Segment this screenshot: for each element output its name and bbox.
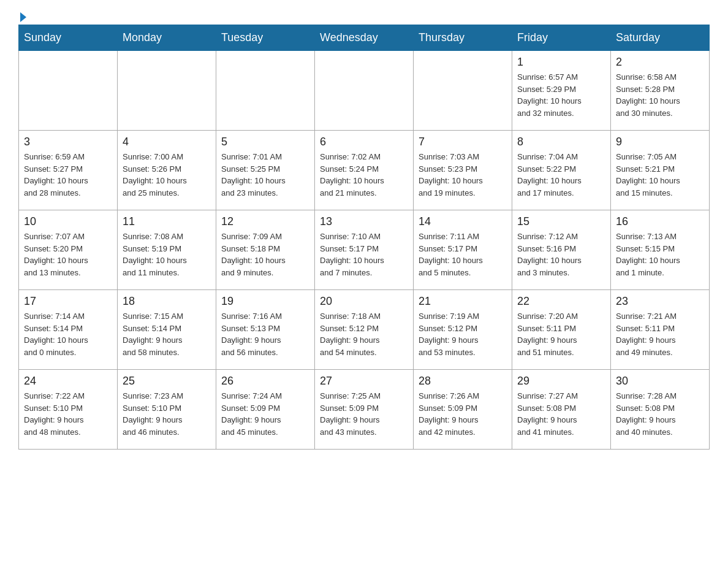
day-info: Sunrise: 7:11 AM Sunset: 5:17 PM Dayligh…: [419, 231, 507, 278]
day-number: 6: [320, 136, 408, 148]
day-number: 11: [123, 215, 211, 228]
calendar-table: Sunday Monday Tuesday Wednesday Thursday…: [18, 25, 710, 450]
day-number: 21: [419, 295, 507, 308]
day-info: Sunrise: 7:18 AM Sunset: 5:12 PM Dayligh…: [320, 310, 408, 358]
calendar-cell: 16Sunrise: 7:13 AM Sunset: 5:15 PM Dayli…: [611, 210, 710, 290]
calendar-week-row: 3Sunrise: 6:59 AM Sunset: 5:27 PM Daylig…: [19, 131, 710, 210]
calendar-cell: 10Sunrise: 7:07 AM Sunset: 5:20 PM Dayli…: [19, 210, 118, 290]
calendar-body: 1Sunrise: 6:57 AM Sunset: 5:29 PM Daylig…: [19, 51, 710, 450]
calendar-cell: 13Sunrise: 7:10 AM Sunset: 5:17 PM Dayli…: [315, 210, 414, 290]
day-info: Sunrise: 7:20 AM Sunset: 5:11 PM Dayligh…: [517, 310, 605, 358]
header-friday: Friday: [512, 25, 611, 51]
calendar-cell: 8Sunrise: 7:04 AM Sunset: 5:22 PM Daylig…: [512, 131, 611, 210]
calendar-cell: 15Sunrise: 7:12 AM Sunset: 5:16 PM Dayli…: [512, 210, 611, 290]
calendar-cell: 26Sunrise: 7:24 AM Sunset: 5:09 PM Dayli…: [216, 370, 315, 450]
day-info: Sunrise: 7:10 AM Sunset: 5:17 PM Dayligh…: [320, 231, 408, 278]
calendar-cell: 5Sunrise: 7:01 AM Sunset: 5:25 PM Daylig…: [216, 131, 315, 210]
day-number: 14: [419, 215, 507, 228]
day-info: Sunrise: 7:04 AM Sunset: 5:22 PM Dayligh…: [517, 151, 605, 199]
calendar-cell: [315, 51, 414, 131]
day-info: Sunrise: 7:23 AM Sunset: 5:10 PM Dayligh…: [123, 390, 211, 438]
day-number: 19: [221, 295, 309, 308]
day-info: Sunrise: 7:14 AM Sunset: 5:14 PM Dayligh…: [24, 310, 112, 358]
day-info: Sunrise: 7:22 AM Sunset: 5:10 PM Dayligh…: [24, 390, 112, 438]
day-number: 30: [616, 375, 704, 388]
logo-arrow-icon: [20, 12, 26, 22]
day-number: 1: [517, 56, 605, 69]
calendar-cell: 14Sunrise: 7:11 AM Sunset: 5:17 PM Dayli…: [414, 210, 512, 290]
calendar-week-row: 10Sunrise: 7:07 AM Sunset: 5:20 PM Dayli…: [19, 210, 710, 290]
calendar-cell: 28Sunrise: 7:26 AM Sunset: 5:09 PM Dayli…: [414, 370, 512, 450]
header-thursday: Thursday: [414, 25, 512, 51]
calendar-cell: 9Sunrise: 7:05 AM Sunset: 5:21 PM Daylig…: [611, 131, 710, 210]
calendar-cell: [118, 51, 216, 131]
header-tuesday: Tuesday: [216, 25, 315, 51]
day-info: Sunrise: 7:03 AM Sunset: 5:23 PM Dayligh…: [419, 151, 507, 199]
day-info: Sunrise: 7:27 AM Sunset: 5:08 PM Dayligh…: [517, 390, 605, 438]
day-number: 16: [616, 215, 704, 228]
page-header: [18, 12, 710, 18]
day-number: 12: [221, 215, 309, 228]
calendar-cell: 27Sunrise: 7:25 AM Sunset: 5:09 PM Dayli…: [315, 370, 414, 450]
calendar-cell: [414, 51, 512, 131]
calendar-cell: 21Sunrise: 7:19 AM Sunset: 5:12 PM Dayli…: [414, 290, 512, 370]
day-number: 27: [320, 375, 408, 388]
day-number: 7: [419, 136, 507, 148]
day-info: Sunrise: 7:00 AM Sunset: 5:26 PM Dayligh…: [123, 151, 211, 199]
calendar-week-row: 24Sunrise: 7:22 AM Sunset: 5:10 PM Dayli…: [19, 370, 710, 450]
day-info: Sunrise: 7:24 AM Sunset: 5:09 PM Dayligh…: [221, 390, 309, 438]
calendar-cell: 18Sunrise: 7:15 AM Sunset: 5:14 PM Dayli…: [118, 290, 216, 370]
day-number: 2: [616, 56, 704, 69]
day-info: Sunrise: 7:08 AM Sunset: 5:19 PM Dayligh…: [123, 231, 211, 278]
day-number: 18: [123, 295, 211, 308]
day-info: Sunrise: 7:13 AM Sunset: 5:15 PM Dayligh…: [616, 231, 704, 278]
day-info: Sunrise: 7:25 AM Sunset: 5:09 PM Dayligh…: [320, 390, 408, 438]
day-number: 24: [24, 375, 112, 388]
day-number: 15: [517, 215, 605, 228]
day-info: Sunrise: 7:01 AM Sunset: 5:25 PM Dayligh…: [221, 151, 309, 199]
day-number: 5: [221, 136, 309, 148]
calendar-cell: 1Sunrise: 6:57 AM Sunset: 5:29 PM Daylig…: [512, 51, 611, 131]
day-info: Sunrise: 7:19 AM Sunset: 5:12 PM Dayligh…: [419, 310, 507, 358]
weekday-header-row: Sunday Monday Tuesday Wednesday Thursday…: [19, 25, 710, 51]
calendar-cell: 19Sunrise: 7:16 AM Sunset: 5:13 PM Dayli…: [216, 290, 315, 370]
day-number: 8: [517, 136, 605, 148]
header-saturday: Saturday: [611, 25, 710, 51]
calendar-cell: [19, 51, 118, 131]
calendar-cell: 20Sunrise: 7:18 AM Sunset: 5:12 PM Dayli…: [315, 290, 414, 370]
day-info: Sunrise: 7:07 AM Sunset: 5:20 PM Dayligh…: [24, 231, 112, 278]
calendar-cell: 23Sunrise: 7:21 AM Sunset: 5:11 PM Dayli…: [611, 290, 710, 370]
calendar-cell: 2Sunrise: 6:58 AM Sunset: 5:28 PM Daylig…: [611, 51, 710, 131]
calendar-cell: 7Sunrise: 7:03 AM Sunset: 5:23 PM Daylig…: [414, 131, 512, 210]
day-number: 9: [616, 136, 704, 148]
day-info: Sunrise: 6:58 AM Sunset: 5:28 PM Dayligh…: [616, 71, 704, 119]
day-number: 26: [221, 375, 309, 388]
day-info: Sunrise: 7:26 AM Sunset: 5:09 PM Dayligh…: [419, 390, 507, 438]
day-info: Sunrise: 7:05 AM Sunset: 5:21 PM Dayligh…: [616, 151, 704, 199]
calendar-week-row: 17Sunrise: 7:14 AM Sunset: 5:14 PM Dayli…: [19, 290, 710, 370]
day-info: Sunrise: 7:21 AM Sunset: 5:11 PM Dayligh…: [616, 310, 704, 358]
calendar-cell: 4Sunrise: 7:00 AM Sunset: 5:26 PM Daylig…: [118, 131, 216, 210]
calendar-cell: 25Sunrise: 7:23 AM Sunset: 5:10 PM Dayli…: [118, 370, 216, 450]
day-number: 13: [320, 215, 408, 228]
calendar-cell: 3Sunrise: 6:59 AM Sunset: 5:27 PM Daylig…: [19, 131, 118, 210]
day-info: Sunrise: 7:12 AM Sunset: 5:16 PM Dayligh…: [517, 231, 605, 278]
logo: [18, 12, 26, 18]
day-info: Sunrise: 7:15 AM Sunset: 5:14 PM Dayligh…: [123, 310, 211, 358]
calendar-cell: 30Sunrise: 7:28 AM Sunset: 5:08 PM Dayli…: [611, 370, 710, 450]
day-info: Sunrise: 7:09 AM Sunset: 5:18 PM Dayligh…: [221, 231, 309, 278]
day-number: 20: [320, 295, 408, 308]
calendar-cell: 6Sunrise: 7:02 AM Sunset: 5:24 PM Daylig…: [315, 131, 414, 210]
calendar-cell: 29Sunrise: 7:27 AM Sunset: 5:08 PM Dayli…: [512, 370, 611, 450]
calendar-cell: 22Sunrise: 7:20 AM Sunset: 5:11 PM Dayli…: [512, 290, 611, 370]
calendar-cell: 12Sunrise: 7:09 AM Sunset: 5:18 PM Dayli…: [216, 210, 315, 290]
day-number: 4: [123, 136, 211, 148]
calendar-week-row: 1Sunrise: 6:57 AM Sunset: 5:29 PM Daylig…: [19, 51, 710, 131]
day-info: Sunrise: 6:59 AM Sunset: 5:27 PM Dayligh…: [24, 151, 112, 199]
header-wednesday: Wednesday: [315, 25, 414, 51]
calendar-cell: 17Sunrise: 7:14 AM Sunset: 5:14 PM Dayli…: [19, 290, 118, 370]
day-info: Sunrise: 6:57 AM Sunset: 5:29 PM Dayligh…: [517, 71, 605, 119]
day-info: Sunrise: 7:02 AM Sunset: 5:24 PM Dayligh…: [320, 151, 408, 199]
day-info: Sunrise: 7:28 AM Sunset: 5:08 PM Dayligh…: [616, 390, 704, 438]
day-number: 28: [419, 375, 507, 388]
